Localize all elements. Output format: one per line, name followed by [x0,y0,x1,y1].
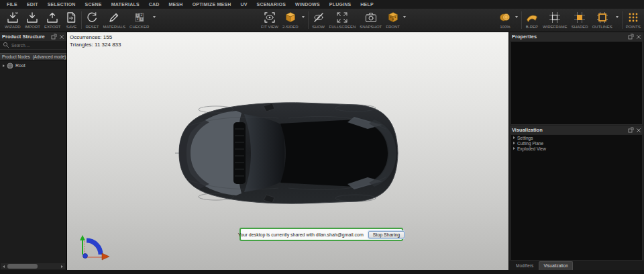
checker-button[interactable]: 1234 CHECKER [127,9,151,29]
wizard-icon [6,10,19,24]
fullscreen-label: FULLSCREEN [329,25,356,29]
close-panel-button[interactable] [636,128,641,133]
shaded-button[interactable]: SHADED [570,9,590,29]
tab-visualization[interactable]: Visualization [539,261,572,270]
popout-panel-button[interactable] [628,127,634,133]
gizmo-ball [83,254,88,259]
share-message: Your desktop is currently shared with di… [238,232,364,237]
orientation-gizmo[interactable] [74,232,114,263]
close-panel-button[interactable] [636,34,641,40]
viz-item-settings[interactable]: Settings [511,135,642,140]
horizontal-scrollbar[interactable] [1,263,65,269]
wireframe-button[interactable]: WIREFRAME [541,9,570,29]
scroll-left-button[interactable] [1,263,7,269]
arrow-right-icon [61,265,63,268]
reset-button[interactable]: RESET [83,9,101,29]
product-nodes-section-header[interactable]: Product Nodes (Advanced mode) [0,53,66,60]
zoom-100-dropdown-caret[interactable] [514,9,520,24]
menu-help[interactable]: HELP [356,0,378,9]
front-cube-icon [386,10,400,24]
wizard-label: WIZARD [5,25,21,29]
properties-content [511,41,643,125]
fit-view-button[interactable]: FIT VIEW [259,9,280,29]
properties-title: Properties [512,34,626,40]
import-icon [25,10,39,24]
reset-icon [85,10,99,24]
car-model-3d[interactable] [174,99,402,207]
menu-plugins[interactable]: PLUGINS [325,0,356,9]
menu-edit[interactable]: EDIT [22,0,43,9]
materials-button[interactable]: MATERIALS [101,9,127,29]
tree-search-row [0,41,66,50]
viz-item-cutting-plane[interactable]: Cutting Plane [511,140,642,146]
menu-scenarios[interactable]: SCENARIOS [252,0,290,9]
outlines-dropdown-caret[interactable] [614,9,621,24]
menu-mesh[interactable]: MESH [164,0,188,9]
import-button[interactable]: IMPORT [23,9,42,29]
checker-dropdown-caret[interactable] [151,9,157,24]
fullscreen-button[interactable]: FULLSCREEN [327,9,358,29]
visualization-content: Settings Cutting Plane Exploded View [511,134,643,261]
front-dropdown-caret[interactable] [402,9,408,24]
points-button[interactable]: POINTS [624,9,643,29]
popout-panel-button[interactable] [51,34,57,40]
save-button[interactable]: SAVE [62,9,80,29]
toolbar-separator [521,11,522,29]
snapshot-camera-icon [364,10,378,24]
scroll-right-button[interactable] [59,263,65,269]
scrollbar-track[interactable] [7,263,59,269]
menu-windows[interactable]: WINDOWS [290,0,325,9]
menu-file[interactable]: FILE [2,0,22,9]
occurrences-count: Occurrences: 155 [70,34,121,41]
tab-modifiers[interactable]: Modifiers [512,262,537,270]
two-sided-button[interactable]: 2-SIDED [280,9,301,29]
front-button[interactable]: FRONT [384,9,402,29]
menu-optimize-mesh[interactable]: OPTIMIZE MESH [188,0,236,9]
product-structure-header: Product Structure [0,32,66,41]
menu-bar: FILE EDIT SELECTION SCENE MATERIALS CAD … [0,0,644,9]
gizmo-red-arrowhead [102,253,109,260]
stop-sharing-button[interactable]: Stop Sharing [368,231,405,238]
toolbar-group-file: WIZARD IMPORT EXPORT SAVE [3,9,157,29]
b-rep-button[interactable]: B-REP [523,9,541,29]
menu-cad[interactable]: CAD [144,0,164,9]
advanced-mode-label: (Advanced mode) [33,54,66,59]
gizmo-rotation-arc [87,240,101,255]
close-panel-button[interactable] [59,34,64,40]
menu-materials[interactable]: MATERIALS [107,0,144,9]
two-sided-cube-icon [284,10,297,24]
save-icon [64,10,78,24]
export-button[interactable]: EXPORT [42,9,63,29]
viz-item-label: Settings [517,136,533,140]
show-button[interactable]: SHOW [310,9,327,29]
tree-item-root[interactable]: Root [0,61,66,70]
snapshot-button[interactable]: SNAPSHOT [358,9,384,29]
materials-pencil-icon [107,10,121,24]
scrollbar-thumb[interactable] [7,264,38,269]
menu-scene[interactable]: SCENE [80,0,107,9]
reset-label: RESET [85,25,99,29]
import-label: IMPORT [25,25,40,29]
expand-arrow-icon[interactable] [3,64,5,67]
bottom-edge-strip [0,270,644,274]
gizmo-green-arrowhead [80,235,85,240]
outlines-label: OUTLINES [592,25,612,29]
zoom-100-button[interactable]: 100% [496,9,514,29]
product-structure-title: Product Structure [2,34,49,40]
dock-tab-bar: Modifiers Visualization [509,261,644,270]
shaded-square-icon [573,10,586,24]
menu-uv[interactable]: UV [235,0,252,9]
root-node-icon [7,62,13,69]
menu-selection[interactable]: SELECTION [43,0,80,9]
cad-app-window: FILE EDIT SELECTION SCENE MATERIALS CAD … [0,0,644,274]
viz-item-label: Cutting Plane [517,141,543,146]
chevron-down-icon [515,16,518,18]
popout-panel-button[interactable] [628,34,634,40]
wizard-button[interactable]: WIZARD [3,9,23,29]
wireframe-grid-icon [548,10,561,24]
outlines-button[interactable]: OUTLINES [590,9,614,29]
search-input[interactable] [11,43,60,48]
two-sided-dropdown-caret[interactable] [301,9,307,24]
viewport-3d[interactable]: Occurrences: 155 Triangles: 11 324 833 [67,32,508,270]
viz-item-exploded-view[interactable]: Exploded View [511,146,642,151]
